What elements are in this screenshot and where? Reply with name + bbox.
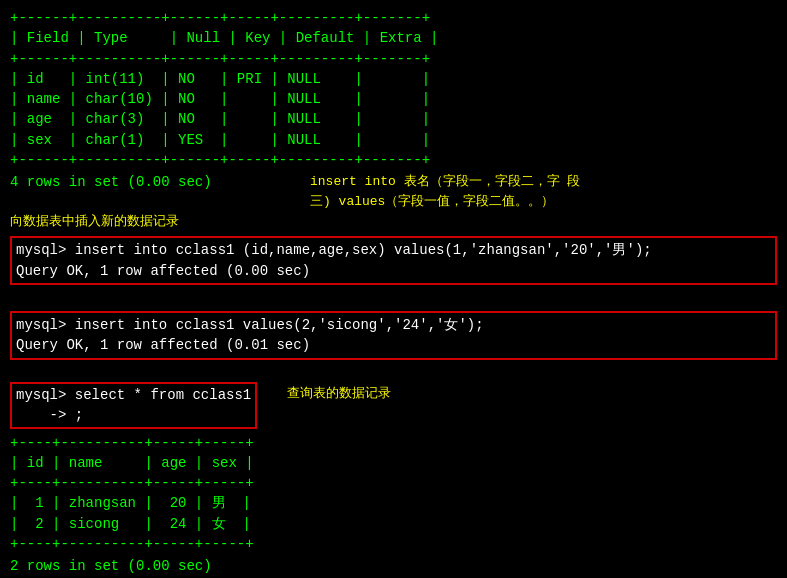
result-row-2: | 2 | sicong | 24 | 女 | [10,514,777,534]
insert-cmd1-box: mysql> insert into cclass1 (id,name,age,… [10,236,777,285]
rowcount-annotation-row: 4 rows in set (0.00 sec) insert into 表名（… [10,172,777,211]
table-border-top: +------+----------+------+-----+--------… [10,8,777,28]
table-row-name: | name | char(10) | NO | | NULL | | [10,89,777,109]
insert-cmd2: mysql> insert into cclass1 values(2,'sic… [16,315,771,335]
result-border-mid: +----+----------+-----+-----+ [10,473,777,493]
table-header-divider: +------+----------+------+-----+--------… [10,49,777,69]
blank1 [10,287,777,307]
select-annotation: 查询表的数据记录 [287,384,391,404]
result-header: | id | name | age | sex | [10,453,777,473]
insert-label: 向数据表中插入新的数据记录 [10,213,179,232]
insert-cmd2-result: Query OK, 1 row affected (0.01 sec) [16,335,771,355]
select-cmd-row: mysql> select * from cclass1 -> ; 查询表的数据… [10,382,777,429]
table-row-sex: | sex | char(1) | YES | | NULL | | [10,130,777,150]
insert-syntax-annotation: insert into 表名（字段一，字段二，字 段三) values（字段一值… [310,172,590,211]
insert-cmd2-box: mysql> insert into cclass1 values(2,'sic… [10,311,777,360]
result-row-count: 2 rows in set (0.00 sec) [10,556,777,576]
terminal: +------+----------+------+-----+--------… [10,8,777,577]
insert-cmd1-result: Query OK, 1 row affected (0.00 sec) [16,261,771,281]
select-results: +----+----------+-----+-----+ | id | nam… [10,433,777,555]
table-row-id: | id | int(11) | NO | PRI | NULL | | [10,69,777,89]
insert-annotation-row: 向数据表中插入新的数据记录 [10,213,777,232]
table-row-age: | age | char(3) | NO | | NULL | | [10,109,777,129]
table-header-section: +------+----------+------+-----+--------… [10,8,777,170]
blank2 [10,362,777,382]
result-row-1: | 1 | zhangsan | 20 | 男 | [10,493,777,513]
row-count-label: 4 rows in set (0.00 sec) [10,172,290,192]
insert-cmd1: mysql> insert into cclass1 (id,name,age,… [16,240,771,260]
select-cmd-box: mysql> select * from cclass1 -> ; [10,382,257,429]
result-border-bot: +----+----------+-----+-----+ [10,534,777,554]
table-border-bottom: +------+----------+------+-----+--------… [10,150,777,170]
table-header-row: | Field | Type | Null | Key | Default | … [10,28,777,48]
select-cmd-line2: -> ; [16,405,251,425]
result-border-top: +----+----------+-----+-----+ [10,433,777,453]
select-cmd-line1: mysql> select * from cclass1 [16,385,251,405]
